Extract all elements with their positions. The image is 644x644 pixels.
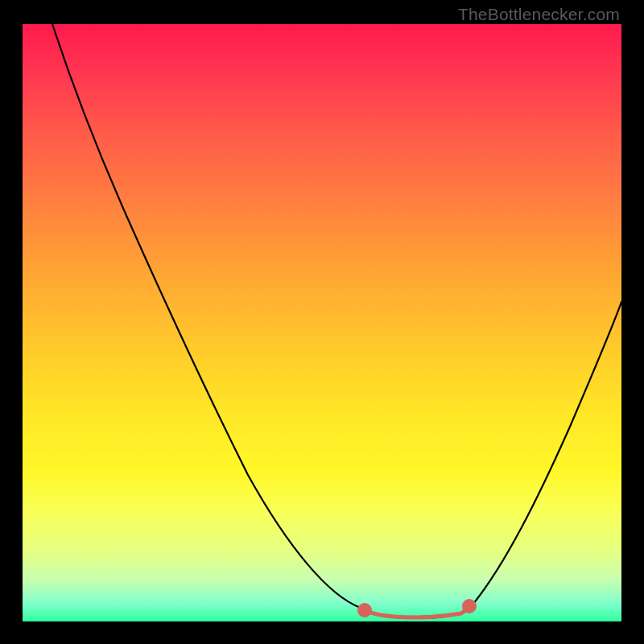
optimal-range-marker [360,601,475,617]
curve-svg [23,24,621,621]
watermark-text: TheBottlenecker.com [458,5,620,24]
plot-area [23,24,621,621]
svg-point-1 [464,601,475,612]
bottleneck-curve [52,24,621,618]
chart-container: TheBottlenecker.com [0,0,644,644]
svg-point-0 [360,605,370,616]
